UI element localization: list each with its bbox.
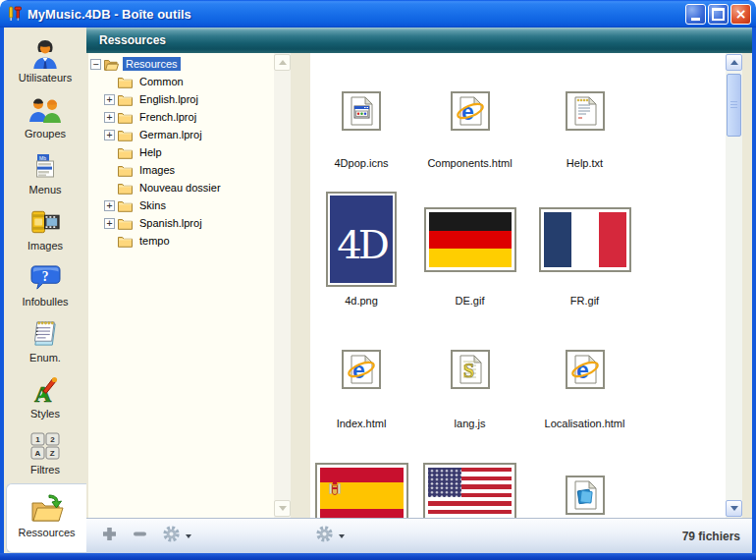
film-icon [29,203,62,240]
file-item-4dpop-icns[interactable]: 4Dpop.icns [334,53,388,170]
file-thumb-wrap [315,463,408,518]
svg-text:?: ? [41,269,48,284]
sidebar-item-utilisateurs[interactable]: Utilisateurs [4,35,86,91]
tree-expander-minus-icon[interactable]: − [90,59,101,70]
file-item-fr-gif[interactable]: FR.gif [539,170,631,308]
file-item-lang-js[interactable]: Slang.js [451,308,490,430]
file-thumb-wrap [342,90,381,132]
tree-item-nouveau-dossier[interactable]: Nouveau dossier [88,179,291,196]
svg-text:e: e [352,358,365,383]
toolbar-buttons [101,525,358,547]
file-item-help-txt[interactable]: Help.txt [566,53,605,170]
window-controls: × [685,4,751,25]
file-row: eIndex.htmlSlang.jseLocalisation.html [310,308,726,430]
file-thumb-wrap: 4D [326,192,397,287]
tree-scrollbar[interactable] [274,53,291,518]
tree-expander-plus-icon[interactable]: + [104,218,115,229]
file-thumb-wrap: e [566,349,605,390]
file-thumbnail-4d-png[interactable]: 4D [326,192,397,287]
bottom-toolbar: 79 fichiers [86,518,752,553]
folder-tree-panel: −ResourcesCommon+English.lproj+French.lp… [88,53,291,518]
folder-open-icon [104,58,119,71]
resources-folder-icon [29,490,65,527]
tree-item-german-lproj[interactable]: +German.lproj [88,126,291,143]
remove-button[interactable] [132,526,148,546]
main-area: Ressources −ResourcesCommon+English.lpro… [86,28,752,553]
sidebar-item-infobulles[interactable]: ?Infobulles [4,259,86,315]
add-button[interactable] [101,526,118,546]
tree-item-french-lproj[interactable]: +French.lproj [88,108,291,126]
sidebar-item-images[interactable]: Images [4,203,86,259]
tree-item-common[interactable]: Common [88,73,291,90]
tree-item-help[interactable]: Help [88,143,291,161]
file-item-4d-png[interactable]: 4D4d.png [326,170,397,308]
folder-icon [118,111,133,124]
tree-expander-plus-icon[interactable]: + [104,130,115,140]
file-thumbnail-de-gif[interactable] [424,207,516,272]
sidebar-item-groupes[interactable]: Groupes [4,91,86,147]
sidebar-item-enum[interactable]: Enum. [4,315,86,371]
maximize-button[interactable] [708,4,729,25]
file-thumbnail-index-html[interactable]: e [342,350,381,389]
tree-item-resources[interactable]: −Resources [88,55,291,73]
file-item-index-html[interactable]: eIndex.html [337,308,387,430]
folder-icon [118,146,133,159]
panel-divider [291,53,310,518]
sidebar-item-label: Filtres [30,464,60,476]
window-body: UtilisateursGroupesMbMenusImages?Infobul… [0,28,756,553]
dropdown-caret-icon [339,534,345,538]
actions-left-button[interactable] [162,525,191,547]
file-count-status: 79 fichiers [682,530,740,543]
file-scrollbar[interactable] [726,53,742,518]
tree-item-tempo[interactable]: tempo [88,232,291,250]
file-thumbnail-fr-gif[interactable] [539,207,631,272]
tree-scroll-down-button[interactable] [274,500,291,517]
file-thumbnail-4dpop-icns[interactable] [342,91,381,131]
flag-fr-image [544,212,626,267]
menus-icon: Mb [30,147,60,184]
tree-expander-spacer [104,165,115,176]
file-item-de-gif[interactable]: DE.gif [424,170,516,308]
file-scroll-down-button[interactable] [726,500,742,517]
tree-expander-plus-icon[interactable]: + [104,200,115,211]
tree-item-skins[interactable]: +Skins [88,196,291,214]
sidebar-item-ressources[interactable]: Ressources [6,483,86,553]
file-thumbnail-help-txt[interactable] [566,91,605,131]
list-icon [30,315,61,352]
close-button[interactable]: × [730,4,751,25]
sidebar-item-styles[interactable]: AStyles [4,371,86,427]
file-thumbnail-lang-js[interactable]: S [451,350,490,389]
styles-icon: A [29,371,61,408]
tree-item-label: Common [136,75,187,88]
tree-expander-plus-icon[interactable]: + [104,112,115,123]
file-grid: 4Dpop.icnseComponents.htmlHelp.txt4D4d.p… [310,53,726,518]
file-item-components-html[interactable]: eComponents.html [427,53,512,170]
file-thumbnail-doc-note[interactable] [566,476,605,515]
file-list-panel: 4Dpop.icnseComponents.htmlHelp.txt4D4d.p… [310,53,742,518]
tree-expander-plus-icon[interactable]: + [104,94,115,105]
sidebar-item-menus[interactable]: MbMenus [4,147,86,203]
tree-item-english-lproj[interactable]: +English.lproj [88,90,291,108]
file-thumbnail-localisation-html[interactable]: e [566,350,605,389]
tree-scroll-up-button[interactable] [274,54,291,71]
file-scrollbar-thumb[interactable] [727,74,741,137]
tree-item-spanish-lproj[interactable]: +Spanish.lproj [88,214,291,232]
file-item-flag-us[interactable] [423,430,516,518]
tree-item-label: Images [136,163,178,177]
sidebar-item-filtres[interactable]: 12AZFiltres [4,427,86,483]
file-scroll-up-button[interactable] [726,54,742,71]
svg-text:1: 1 [35,435,40,444]
tree-item-images[interactable]: Images [88,161,291,179]
minimize-button[interactable] [685,4,706,25]
file-item-flag-es[interactable] [315,430,408,518]
tree-expander-spacer [104,147,115,158]
svg-text:Z: Z [50,449,55,458]
file-thumbnail-flag-es[interactable] [315,463,408,518]
actions-right-button[interactable] [315,525,345,547]
sidebar-item-label: Styles [30,408,60,420]
file-thumbnail-components-html[interactable]: e [451,91,490,131]
file-item-localisation-html[interactable]: eLocalisation.html [545,308,625,430]
folder-icon [118,199,133,212]
file-item-doc-note[interactable] [566,430,605,518]
file-thumbnail-flag-us[interactable] [423,463,516,518]
